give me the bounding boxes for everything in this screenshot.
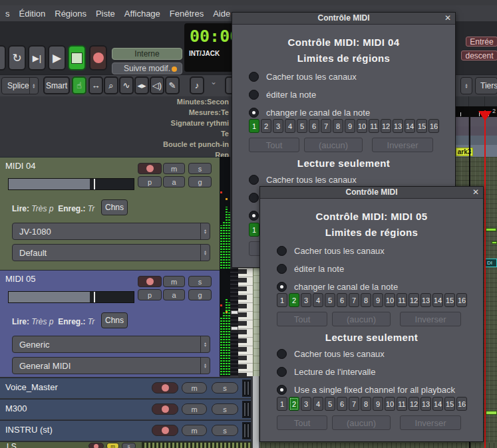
track-fader[interactable] — [8, 291, 134, 303]
record-button[interactable] — [89, 45, 107, 70]
playback-radio-item[interactable] — [249, 211, 259, 221]
channel-5-button[interactable]: 5 — [297, 119, 307, 133]
track-solo-button[interactable]: s — [188, 276, 212, 287]
range-tool[interactable]: ↔ — [88, 76, 103, 94]
track-record-button[interactable] — [152, 382, 178, 393]
track-record-button[interactable] — [152, 403, 178, 415]
dialog-titlebar[interactable]: Contrôle MIDI✕ — [260, 187, 483, 199]
channel-8-button[interactable]: 8 — [361, 397, 371, 411]
midi-note[interactable] — [486, 228, 496, 231]
channel-9-button[interactable]: 9 — [373, 293, 383, 307]
channel-10-button[interactable]: 10 — [385, 293, 395, 307]
action-tout-button[interactable]: Tout — [249, 138, 299, 152]
chevron-down-icon[interactable]: ⌄ — [210, 77, 217, 86]
sync-source-button[interactable]: Interne — [112, 48, 182, 60]
track-record-button[interactable] — [138, 163, 162, 174]
piano-keyboard[interactable] — [238, 268, 253, 376]
channel-3-button[interactable]: 3 — [273, 119, 283, 133]
ruler-label-boucle-et-punch-in[interactable]: Boucle et punch-in — [0, 140, 230, 150]
channel-13-button[interactable]: 13 — [420, 293, 431, 307]
channel-15-button[interactable]: 15 — [444, 397, 455, 411]
grid-stepper[interactable]: ▴▾ — [460, 77, 472, 94]
region-name-tab[interactable]: DI — [485, 259, 497, 267]
action-tout-button[interactable]: Tout — [277, 312, 327, 326]
channel-2-button[interactable]: 2 — [289, 293, 299, 307]
smart-mode-button[interactable]: Smart — [43, 76, 70, 94]
channel-4-button[interactable]: 4 — [313, 397, 323, 411]
patch-select[interactable]: General MIDI▴▾ — [12, 357, 210, 374]
track-g-button[interactable]: g — [188, 176, 212, 187]
track-header-instru-st[interactable]: INSTRU (st)ms — [0, 420, 251, 441]
track-solo-button[interactable]: s — [122, 443, 136, 448]
playback-radio-cacher-tous-les-canaux[interactable] — [277, 349, 287, 359]
track-name[interactable]: MIDI 05 — [5, 274, 36, 284]
channel-7-button[interactable]: 7 — [349, 293, 359, 307]
audition-tool[interactable]: ◂▸ — [134, 76, 149, 94]
track-record-button[interactable] — [88, 443, 104, 448]
midi-note[interactable] — [486, 411, 497, 415]
action-aucun-button[interactable]: (aucun) — [304, 138, 363, 152]
edit-mode-select[interactable]: Splice ▴▾ — [1, 77, 39, 94]
channel-4-button[interactable]: 4 — [313, 293, 323, 307]
track-header-voice-master[interactable]: Voice_Masterms — [0, 378, 251, 398]
action-tout-button[interactable]: Tout — [277, 415, 327, 430]
ruler-label-signature-rythmi[interactable]: Signature rythmi — [0, 118, 230, 129]
channel-9-button[interactable]: 9 — [373, 397, 383, 411]
channel-15-button[interactable]: 15 — [444, 293, 455, 307]
channel-10-button[interactable]: 10 — [357, 119, 367, 133]
action-inverser-button[interactable]: Inverser — [400, 415, 461, 430]
ruler-label-te[interactable]: Te — [0, 129, 230, 140]
pencil-tool[interactable]: ✎ — [165, 76, 180, 94]
playback-radio-use-a-single-fixed-channel-for-all-playback[interactable] — [277, 385, 287, 395]
stop-button[interactable] — [68, 45, 86, 70]
channel-5-button[interactable]: 5 — [325, 293, 335, 307]
ruler-label-mesures-te[interactable]: Mesures:Te — [0, 108, 230, 118]
close-icon[interactable]: ✕ — [444, 13, 451, 23]
track-a-button[interactable]: a — [163, 289, 185, 300]
menu-item-dition[interactable]: Édition — [15, 9, 51, 19]
action-aucun-button[interactable]: (aucun) — [332, 312, 391, 326]
menu-item-s[interactable]: s — [1, 9, 15, 19]
play-button[interactable]: ▶ — [48, 45, 66, 70]
channel-8-button[interactable]: 8 — [333, 119, 343, 133]
track-name[interactable]: LS — [7, 442, 17, 448]
go-to-end-button[interactable]: ▶| — [28, 45, 46, 70]
channel-3-button[interactable]: 3 — [301, 293, 311, 307]
track-mute-button[interactable]: m — [106, 443, 119, 448]
editor-canvas-bottom[interactable] — [261, 443, 497, 448]
close-icon[interactable]: ✕ — [472, 187, 479, 197]
channel-14-button[interactable]: 14 — [432, 293, 443, 307]
dialog-titlebar[interactable]: Contrôle MIDI✕ — [232, 13, 455, 25]
ruler-label-minutes-secon[interactable]: Minutes:Secon — [0, 97, 230, 108]
channels-button[interactable]: Chns — [101, 199, 128, 215]
channel-13-button[interactable]: 13 — [393, 119, 403, 133]
channel-4-button[interactable]: 4 — [285, 119, 295, 133]
channel-12-button[interactable]: 12 — [409, 397, 419, 411]
channel-11-button[interactable]: 11 — [369, 119, 379, 133]
track-header-midi-05[interactable]: MIDI 05mspagLire: Très p Enreg.: TrChnsG… — [0, 270, 220, 377]
patch-select[interactable]: Default▴▾ — [12, 244, 210, 261]
track-fader[interactable] — [8, 178, 134, 190]
region-radio-cacher-tous-les-canaux[interactable] — [277, 246, 287, 256]
track-solo-button[interactable]: s — [212, 403, 238, 415]
channels-button[interactable]: Chns — [101, 312, 128, 328]
channel-14-button[interactable]: 14 — [405, 119, 415, 133]
region-radio-cacher-tous-les-canaux[interactable] — [249, 72, 259, 82]
channel-11-button[interactable]: 11 — [397, 293, 407, 307]
channel-1-button[interactable]: 1 — [277, 293, 287, 307]
channel-6-button[interactable]: 6 — [309, 119, 319, 133]
channel-14-button[interactable]: 14 — [432, 397, 443, 411]
playback-radio-cacher-tous-les-canaux[interactable] — [249, 175, 259, 185]
midi-scroomer[interactable] — [230, 268, 238, 376]
track-header-midi-04[interactable]: MIDI 04mspagLire: Très p Enreg.: TrChnsJ… — [0, 157, 220, 271]
zoom-tool[interactable]: ⌕ — [104, 76, 118, 94]
track-name[interactable]: INSTRU (st) — [5, 425, 53, 435]
primary-clock[interactable]: 00:00: INT/JACK — [184, 23, 232, 72]
channel-6-button[interactable]: 6 — [337, 397, 347, 411]
region-radio-diter-la-note[interactable] — [277, 264, 287, 274]
action-aucun-button[interactable]: (aucun) — [332, 415, 391, 430]
channel-16-button[interactable]: 16 — [456, 293, 467, 307]
playback-radio-item[interactable] — [249, 193, 259, 203]
grid-unit-select[interactable]: Tiers — [475, 77, 497, 94]
follow-edits-button[interactable]: Suivre modif. — [112, 62, 182, 74]
